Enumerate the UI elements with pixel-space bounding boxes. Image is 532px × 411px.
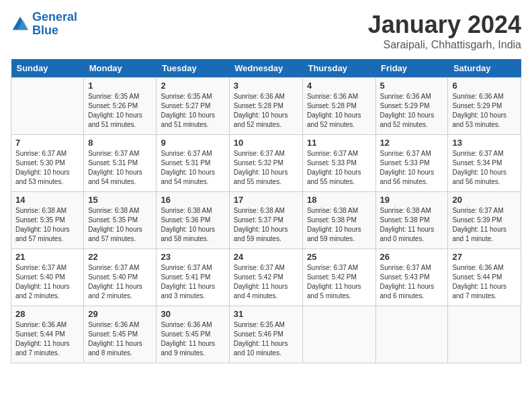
day-number: 29: [88, 309, 152, 319]
col-header-tuesday: Tuesday: [157, 59, 229, 78]
week-row-5: 28Sunrise: 6:36 AM Sunset: 5:44 PM Dayli…: [11, 306, 521, 363]
calendar-cell: 18Sunrise: 6:38 AM Sunset: 5:38 PM Dayli…: [302, 192, 375, 249]
calendar-cell: 17Sunrise: 6:38 AM Sunset: 5:37 PM Dayli…: [229, 192, 302, 249]
day-number: 31: [234, 309, 298, 319]
day-info: Sunrise: 6:35 AM Sunset: 5:27 PM Dayligh…: [161, 92, 224, 130]
calendar-cell: [11, 78, 84, 135]
day-number: 22: [88, 252, 152, 262]
day-number: 30: [161, 309, 224, 319]
day-info: Sunrise: 6:37 AM Sunset: 5:41 PM Dayligh…: [161, 263, 224, 301]
calendar-cell: 27Sunrise: 6:36 AM Sunset: 5:44 PM Dayli…: [448, 249, 521, 306]
logo-line1: General: [32, 10, 77, 24]
calendar-cell: 28Sunrise: 6:36 AM Sunset: 5:44 PM Dayli…: [11, 306, 84, 363]
calendar-cell: 20Sunrise: 6:37 AM Sunset: 5:39 PM Dayli…: [448, 192, 521, 249]
calendar-cell: 1Sunrise: 6:35 AM Sunset: 5:26 PM Daylig…: [84, 78, 157, 135]
logo-line2: Blue: [32, 24, 58, 37]
day-number: 3: [234, 81, 298, 91]
subtitle: Saraipali, Chhattisgarh, India: [368, 39, 521, 51]
logo-text: General Blue: [32, 11, 77, 38]
calendar-cell: 12Sunrise: 6:37 AM Sunset: 5:33 PM Dayli…: [375, 135, 448, 192]
day-number: 27: [452, 252, 517, 262]
calendar-cell: 14Sunrise: 6:38 AM Sunset: 5:35 PM Dayli…: [11, 192, 84, 249]
day-info: Sunrise: 6:35 AM Sunset: 5:26 PM Dayligh…: [88, 92, 152, 130]
calendar-cell: 30Sunrise: 6:36 AM Sunset: 5:45 PM Dayli…: [157, 306, 229, 363]
day-info: Sunrise: 6:37 AM Sunset: 5:42 PM Dayligh…: [234, 263, 298, 301]
calendar-cell: 15Sunrise: 6:38 AM Sunset: 5:35 PM Dayli…: [84, 192, 157, 249]
day-info: Sunrise: 6:37 AM Sunset: 5:30 PM Dayligh…: [15, 149, 79, 187]
day-number: 11: [307, 138, 371, 148]
day-number: 13: [452, 138, 517, 148]
day-number: 20: [452, 195, 517, 205]
day-number: 25: [307, 252, 371, 262]
day-number: 1: [88, 81, 152, 91]
day-number: 6: [452, 81, 517, 91]
calendar-cell: 4Sunrise: 6:36 AM Sunset: 5:28 PM Daylig…: [302, 78, 375, 135]
header-row: SundayMondayTuesdayWednesdayThursdayFrid…: [11, 59, 521, 78]
calendar-cell: 26Sunrise: 6:37 AM Sunset: 5:43 PM Dayli…: [375, 249, 448, 306]
day-info: Sunrise: 6:38 AM Sunset: 5:38 PM Dayligh…: [380, 206, 444, 244]
day-info: Sunrise: 6:36 AM Sunset: 5:44 PM Dayligh…: [452, 263, 517, 301]
calendar-cell: 7Sunrise: 6:37 AM Sunset: 5:30 PM Daylig…: [11, 135, 84, 192]
calendar-cell: [448, 306, 521, 363]
day-number: 23: [161, 252, 224, 262]
title-section: January 2024 Saraipali, Chhattisgarh, In…: [368, 11, 521, 51]
day-info: Sunrise: 6:36 AM Sunset: 5:45 PM Dayligh…: [161, 320, 224, 358]
week-row-3: 14Sunrise: 6:38 AM Sunset: 5:35 PM Dayli…: [11, 192, 521, 249]
day-info: Sunrise: 6:38 AM Sunset: 5:35 PM Dayligh…: [15, 206, 79, 244]
day-info: Sunrise: 6:37 AM Sunset: 5:40 PM Dayligh…: [15, 263, 79, 301]
logo: General Blue: [11, 11, 77, 38]
calendar-cell: 25Sunrise: 6:37 AM Sunset: 5:42 PM Dayli…: [302, 249, 375, 306]
calendar-cell: 29Sunrise: 6:36 AM Sunset: 5:45 PM Dayli…: [84, 306, 157, 363]
calendar-cell: [302, 306, 375, 363]
day-number: 10: [234, 138, 298, 148]
day-number: 19: [380, 195, 444, 205]
day-number: 28: [15, 309, 79, 319]
day-info: Sunrise: 6:37 AM Sunset: 5:31 PM Dayligh…: [88, 149, 152, 187]
logo-icon: [11, 15, 30, 34]
day-number: 14: [15, 195, 79, 205]
calendar-cell: 6Sunrise: 6:36 AM Sunset: 5:29 PM Daylig…: [448, 78, 521, 135]
week-row-4: 21Sunrise: 6:37 AM Sunset: 5:40 PM Dayli…: [11, 249, 521, 306]
day-number: 2: [161, 81, 224, 91]
day-info: Sunrise: 6:36 AM Sunset: 5:45 PM Dayligh…: [88, 320, 152, 358]
day-info: Sunrise: 6:36 AM Sunset: 5:28 PM Dayligh…: [234, 92, 298, 130]
day-number: 9: [161, 138, 224, 148]
week-row-1: 1Sunrise: 6:35 AM Sunset: 5:26 PM Daylig…: [11, 78, 521, 135]
day-number: 26: [380, 252, 444, 262]
page-header: General Blue January 2024 Saraipali, Chh…: [11, 11, 521, 51]
calendar-cell: 21Sunrise: 6:37 AM Sunset: 5:40 PM Dayli…: [11, 249, 84, 306]
day-info: Sunrise: 6:37 AM Sunset: 5:33 PM Dayligh…: [380, 149, 444, 187]
day-info: Sunrise: 6:36 AM Sunset: 5:29 PM Dayligh…: [452, 92, 517, 130]
calendar-cell: 2Sunrise: 6:35 AM Sunset: 5:27 PM Daylig…: [157, 78, 229, 135]
day-number: 12: [380, 138, 444, 148]
col-header-saturday: Saturday: [448, 59, 521, 78]
calendar-cell: 9Sunrise: 6:37 AM Sunset: 5:31 PM Daylig…: [157, 135, 229, 192]
day-info: Sunrise: 6:37 AM Sunset: 5:34 PM Dayligh…: [452, 149, 517, 187]
calendar-cell: 23Sunrise: 6:37 AM Sunset: 5:41 PM Dayli…: [157, 249, 229, 306]
calendar-cell: 3Sunrise: 6:36 AM Sunset: 5:28 PM Daylig…: [229, 78, 302, 135]
calendar-cell: 13Sunrise: 6:37 AM Sunset: 5:34 PM Dayli…: [448, 135, 521, 192]
day-info: Sunrise: 6:38 AM Sunset: 5:36 PM Dayligh…: [161, 206, 224, 244]
calendar-cell: [375, 306, 448, 363]
day-info: Sunrise: 6:37 AM Sunset: 5:42 PM Dayligh…: [307, 263, 371, 301]
calendar-cell: 5Sunrise: 6:36 AM Sunset: 5:29 PM Daylig…: [375, 78, 448, 135]
calendar-cell: 31Sunrise: 6:35 AM Sunset: 5:46 PM Dayli…: [229, 306, 302, 363]
day-info: Sunrise: 6:38 AM Sunset: 5:38 PM Dayligh…: [307, 206, 371, 244]
day-number: 17: [234, 195, 298, 205]
day-number: 5: [380, 81, 444, 91]
day-number: 8: [88, 138, 152, 148]
calendar-table: SundayMondayTuesdayWednesdayThursdayFrid…: [11, 59, 521, 363]
day-info: Sunrise: 6:36 AM Sunset: 5:29 PM Dayligh…: [380, 92, 444, 130]
day-info: Sunrise: 6:37 AM Sunset: 5:39 PM Dayligh…: [452, 206, 517, 244]
day-info: Sunrise: 6:37 AM Sunset: 5:43 PM Dayligh…: [380, 263, 444, 301]
col-header-monday: Monday: [84, 59, 157, 78]
col-header-sunday: Sunday: [11, 59, 84, 78]
calendar-cell: 19Sunrise: 6:38 AM Sunset: 5:38 PM Dayli…: [375, 192, 448, 249]
col-header-thursday: Thursday: [302, 59, 375, 78]
calendar-cell: 11Sunrise: 6:37 AM Sunset: 5:33 PM Dayli…: [302, 135, 375, 192]
calendar-cell: 16Sunrise: 6:38 AM Sunset: 5:36 PM Dayli…: [157, 192, 229, 249]
day-info: Sunrise: 6:37 AM Sunset: 5:33 PM Dayligh…: [307, 149, 371, 187]
day-number: 21: [15, 252, 79, 262]
calendar-cell: 8Sunrise: 6:37 AM Sunset: 5:31 PM Daylig…: [84, 135, 157, 192]
col-header-friday: Friday: [375, 59, 448, 78]
